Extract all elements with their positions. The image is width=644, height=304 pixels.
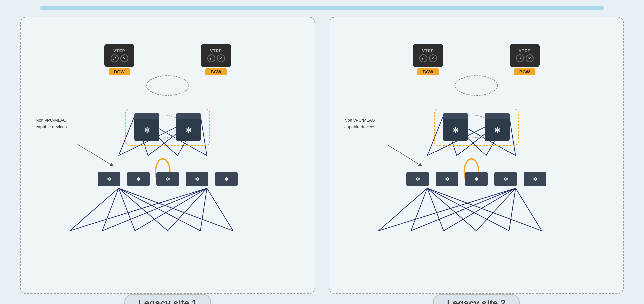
- access-switch-1-5: ✼: [215, 172, 238, 186]
- svg-line-17: [102, 188, 207, 231]
- vtep-label-4: VTEP: [519, 49, 530, 53]
- vtep-label-3: VTEP: [422, 49, 434, 53]
- dist-box-2: ✼ ✼: [434, 109, 519, 146]
- svg-line-40: [379, 188, 516, 231]
- vtep-bgw-2: VTEP ⇄ ✕ BGW: [201, 44, 231, 75]
- svg-line-15: [119, 188, 233, 231]
- svg-line-45: [516, 188, 542, 231]
- bgw-badge-4: BGW: [514, 68, 535, 75]
- site1-box: VTEP ⇄ ✕ BGW VTEP ⇄ ✕: [20, 17, 315, 294]
- access-switch-2-4: ✼: [494, 172, 517, 186]
- access-switch-1-3: ✼: [156, 172, 179, 186]
- svg-line-10: [70, 188, 119, 231]
- access-switch-1-1: ✼: [98, 172, 120, 186]
- svg-line-41: [411, 188, 516, 231]
- svg-line-47: [387, 144, 421, 165]
- svg-line-44: [509, 188, 516, 231]
- svg-line-13: [119, 188, 168, 231]
- svg-line-43: [476, 188, 516, 231]
- vtep-box-1: VTEP ⇄ ✕: [104, 44, 134, 67]
- svg-line-23: [78, 144, 112, 165]
- svg-line-35: [411, 188, 427, 231]
- svg-line-14: [119, 188, 200, 231]
- bgw-badge-2: BGW: [205, 68, 227, 75]
- access-switch-2-2: ✼: [436, 172, 458, 186]
- site2-content: VTEP ⇄ ✕ BGW VTEP ⇄ ✕: [336, 44, 617, 304]
- svg-line-38: [427, 188, 509, 231]
- vtep-box-3: VTEP ⇄ ✕: [413, 44, 443, 67]
- access-row-2: ✼ ✼ ✼ ✼ ✼: [336, 172, 617, 186]
- svg-line-42: [444, 188, 516, 231]
- dist-box-1: ✼ ✼: [125, 109, 210, 146]
- site1-label: Legacy site 1: [124, 294, 211, 304]
- svg-line-39: [427, 188, 542, 231]
- svg-line-11: [102, 188, 119, 231]
- site2-label: Legacy site 2: [433, 294, 520, 304]
- top-bar: [40, 6, 604, 10]
- access-switch-1-2: ✼: [127, 172, 150, 186]
- svg-line-37: [427, 188, 476, 231]
- dist-switch-4: ✼: [485, 113, 510, 141]
- bgw-badge-1: BGW: [109, 68, 130, 75]
- vtep-box-2: VTEP ⇄ ✕: [201, 44, 231, 67]
- dist-switch-1: ✼: [134, 113, 159, 141]
- site2-box: VTEP ⇄ ✕ BGW VTEP ⇄ ✕: [329, 17, 624, 294]
- svg-line-12: [119, 188, 135, 231]
- vtep-box-4: VTEP ⇄ ✕: [510, 44, 540, 67]
- access-switch-2-1: ✼: [406, 172, 429, 186]
- vtep-bgw-1: VTEP ⇄ ✕ BGW: [104, 44, 134, 75]
- dist-switch-2: ✼: [176, 113, 201, 141]
- access-switch-2-3: ✼: [465, 172, 488, 186]
- svg-point-24: [455, 76, 498, 95]
- svg-line-16: [70, 188, 207, 231]
- access-switch-1-4: ✼: [186, 172, 208, 186]
- vtep-label-1: VTEP: [113, 49, 125, 53]
- dist-switch-3: ✼: [443, 113, 468, 141]
- access-switch-2-5: ✼: [524, 172, 546, 186]
- site1-content: VTEP ⇄ ✕ BGW VTEP ⇄ ✕: [27, 44, 308, 304]
- bgw-badge-3: BGW: [417, 68, 439, 75]
- vtep-bgw-3: VTEP ⇄ ✕ BGW: [413, 44, 443, 75]
- svg-line-19: [168, 188, 207, 231]
- access-row-1: ✼ ✼ ✼ ✼ ✼: [27, 172, 308, 186]
- svg-line-36: [427, 188, 444, 231]
- vtep-bgw-4: VTEP ⇄ ✕ BGW: [510, 44, 540, 75]
- svg-line-18: [135, 188, 207, 231]
- svg-line-20: [200, 188, 207, 231]
- svg-line-21: [207, 188, 233, 231]
- svg-line-34: [379, 188, 427, 231]
- main-container: VTEP ⇄ ✕ BGW VTEP ⇄ ✕: [20, 17, 624, 294]
- vtep-label-2: VTEP: [210, 49, 222, 53]
- svg-point-0: [146, 76, 189, 95]
